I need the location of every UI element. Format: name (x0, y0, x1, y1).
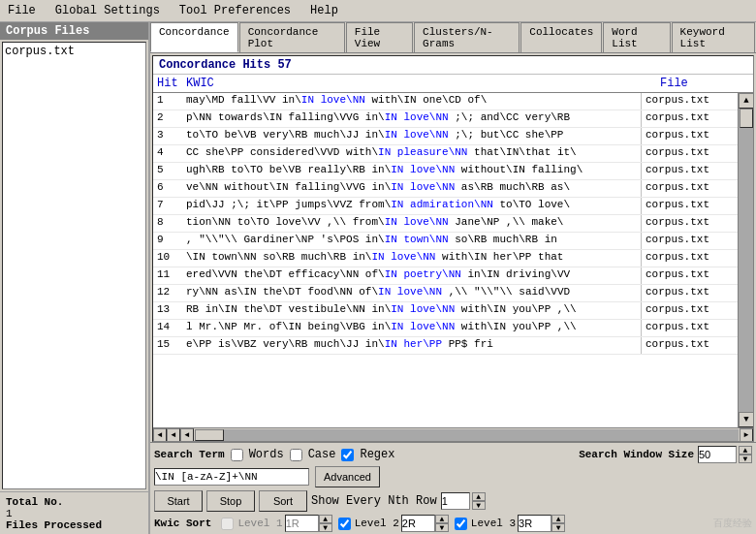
concordance-hits-label: Concordance Hits (159, 58, 270, 72)
l1-spin-down[interactable]: ▼ (319, 523, 332, 532)
scroll-left-btn[interactable]: ◄ (153, 428, 167, 442)
nth-row-spinner: ▲ ▼ (472, 492, 486, 510)
row-file: corpus.txt (641, 128, 738, 144)
menu-global-settings[interactable]: Global Settings (51, 2, 164, 19)
row-file: corpus.txt (641, 285, 738, 301)
total-no-label: Total No. (6, 496, 142, 508)
l3-spin-up[interactable]: ▲ (551, 515, 565, 523)
spin-up[interactable]: ▲ (739, 446, 752, 455)
scroll-right-btn[interactable]: ► (740, 428, 753, 442)
scroll-left-btn2[interactable]: ◄ (167, 428, 180, 442)
row-num: 3 (153, 128, 182, 144)
watermark: 百度经验 (713, 517, 752, 530)
stop-button[interactable]: Stop (206, 490, 255, 512)
tab-file-view[interactable]: File View (346, 22, 413, 52)
nth-spin-up[interactable]: ▲ (472, 492, 486, 501)
l2-spin-up[interactable]: ▲ (435, 515, 449, 523)
vertical-scrollbar[interactable]: ▲ ▼ (738, 93, 753, 427)
tab-keyword-list[interactable]: Keyword List (672, 22, 755, 52)
menu-tool-preferences[interactable]: Tool Preferences (175, 2, 295, 19)
table-row: 11 ered\VVN the\DT efficacy\NN of\IN poe… (153, 267, 738, 285)
row-file: corpus.txt (641, 163, 738, 179)
regex-label: Regex (360, 448, 394, 461)
level3-checkbox[interactable] (455, 518, 467, 530)
table-row: 12 ry\NN as\IN the\DT food\NN of\IN love… (153, 285, 738, 302)
row-num: 4 (153, 145, 182, 162)
nth-spin-down[interactable]: ▼ (472, 501, 486, 510)
files-processed-label: Files Processed (6, 519, 142, 531)
table-body: 1 may\MD fall\VV in\IN love\NN with\IN o… (153, 93, 738, 427)
tab-word-list[interactable]: Word List (603, 22, 670, 52)
sort-button[interactable]: Sort (259, 490, 307, 512)
menu-help[interactable]: Help (306, 2, 342, 19)
window-size-spinner: ▲ ▼ (739, 446, 752, 463)
row-kwic: ered\VVN the\DT efficacy\NN of\IN poetry… (182, 267, 641, 284)
level1-checkbox[interactable] (221, 518, 234, 530)
scroll-thumb-h[interactable] (195, 429, 224, 441)
row-file: corpus.txt (641, 337, 738, 354)
scroll-track[interactable] (739, 109, 753, 412)
search-term-input[interactable] (154, 468, 309, 486)
row-num: 6 (153, 180, 182, 197)
scroll-track-h[interactable] (195, 429, 739, 441)
level2-checkbox[interactable] (338, 518, 351, 530)
row-num: 2 (153, 110, 182, 127)
row-num: 8 (153, 215, 182, 232)
row-file: corpus.txt (641, 93, 738, 110)
table-row: 3 to\TO be\VB very\RB much\JJ in\IN love… (153, 128, 738, 145)
level1-label: Level 1 (237, 518, 282, 529)
tab-concordance[interactable]: Concordance (150, 22, 238, 52)
scroll-down-btn[interactable]: ▼ (739, 412, 753, 427)
table-row: 15 e\PP is\VBZ very\RB much\JJ in\IN her… (153, 337, 738, 355)
row-num: 10 (153, 250, 182, 267)
case-checkbox[interactable] (290, 449, 302, 461)
advanced-button[interactable]: Advanced (315, 466, 380, 487)
regex-checkbox[interactable] (341, 449, 354, 461)
corpus-file-item[interactable]: corpus.txt (5, 45, 143, 58)
horizontal-scrollbar[interactable]: ◄ ◄ ◄ ► (153, 427, 753, 441)
table-row: 4 CC she\PP considered\VVD with\IN pleas… (153, 145, 738, 163)
row-file: corpus.txt (641, 302, 738, 319)
menu-file[interactable]: File (4, 2, 40, 19)
row-kwic: tion\NN to\TO love\VV ,\\ from\IN love\N… (182, 215, 641, 232)
level2-select[interactable] (401, 515, 435, 532)
row-kwic: e\PP is\VBZ very\RB much\JJ in\IN her\PP… (182, 337, 641, 354)
corpus-files-list: corpus.txt (2, 42, 146, 489)
l3-spin-down[interactable]: ▼ (551, 523, 565, 532)
tab-concordance-plot[interactable]: Concordance Plot (239, 22, 345, 52)
search-term-label: Search Term (154, 449, 225, 460)
row-num: 11 (153, 267, 182, 284)
start-button[interactable]: Start (154, 490, 203, 512)
row-num: 9 (153, 233, 182, 249)
nth-row-input[interactable] (441, 492, 470, 510)
table-scroll-container[interactable]: 1 may\MD fall\VV in\IN love\NN with\IN o… (153, 93, 753, 427)
scroll-left-btn3[interactable]: ◄ (180, 428, 194, 442)
l1-spin-up[interactable]: ▲ (319, 515, 332, 523)
row-kwic: ugh\RB to\TO be\VB really\RB in\IN love\… (182, 163, 641, 179)
row-num: 5 (153, 163, 182, 179)
row-kwic: p\NN towards\IN falling\VVG in\IN love\N… (182, 110, 641, 127)
level2-spinner: ▲ ▼ (435, 515, 449, 532)
table-row: 7 pid\JJ ;\; it\PP jumps\VVZ from\IN adm… (153, 198, 738, 215)
row-file: corpus.txt (641, 180, 738, 197)
tab-collocates[interactable]: Collocates (520, 22, 602, 52)
words-checkbox[interactable] (231, 449, 243, 461)
spin-down[interactable]: ▼ (739, 455, 752, 463)
row-kwic: l Mr.\NP Mr. of\IN being\VBG in\IN love\… (182, 320, 641, 336)
col-file[interactable]: File (656, 76, 753, 91)
col-hit[interactable]: Hit (153, 76, 182, 91)
table-row: 10 \IN town\NN so\RB much\RB in\IN love\… (153, 250, 738, 267)
level2-label: Level 2 (355, 518, 399, 529)
level1-select[interactable] (285, 515, 319, 532)
l2-spin-down[interactable]: ▼ (435, 523, 449, 532)
scroll-up-btn[interactable]: ▲ (739, 93, 753, 109)
row-kwic: , "\\"\\ Gardiner\NP 's\POS in\IN town\N… (182, 233, 641, 249)
level3-label: Level 3 (471, 518, 516, 529)
row-kwic: ry\NN as\IN the\DT food\NN of\IN love\NN… (182, 285, 641, 301)
window-size-field[interactable] (698, 446, 737, 463)
level3-select[interactable] (518, 515, 551, 532)
search-input-row: Advanced (154, 466, 752, 487)
tab-clusters-ngrams[interactable]: Clusters/N-Grams (414, 22, 520, 52)
col-kwic[interactable]: KWIC (182, 76, 656, 91)
scroll-thumb[interactable] (740, 109, 753, 128)
